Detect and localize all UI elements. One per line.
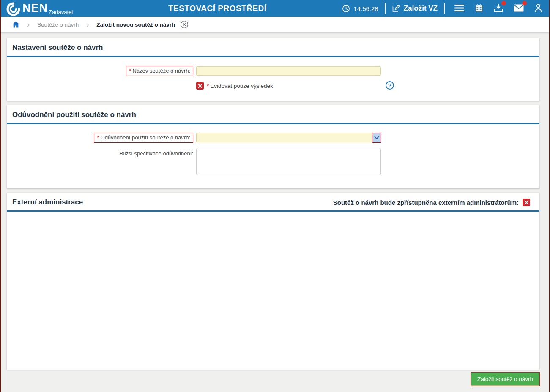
chevron-right-icon: ›: [86, 20, 89, 29]
close-circle-icon: [180, 20, 189, 29]
mail-notification-badge: [522, 1, 527, 5]
nen-logo-icon: [6, 2, 20, 16]
external-access-toggle[interactable]: [523, 199, 530, 206]
header-divider: [444, 3, 445, 14]
menu-icon: [454, 4, 464, 12]
clock-group: 14:56:28: [342, 5, 378, 13]
chevron-down-icon: [374, 136, 379, 140]
clock-time: 14:56:28: [353, 5, 378, 12]
spec-field-col: [196, 148, 381, 177]
submit-contest-button[interactable]: Založit soutěž o návrh: [471, 372, 540, 386]
home-button[interactable]: [12, 21, 19, 28]
spec-textarea[interactable]: [196, 148, 381, 175]
external-admin-header: Externí administrace Soutěž o návrh bude…: [7, 193, 539, 210]
section-justification-title: Odůvodnění použití soutěže o návrh: [7, 105, 539, 123]
reason-field-row: *Odůvodnění použití soutěže o návrh:: [7, 133, 539, 143]
name-field-label: *Název soutěže o návrh:: [126, 66, 193, 76]
top-header-bar: NEN Zadavatel TESTOVACÍ PROSTŘEDÍ 14:56:…: [1, 0, 549, 17]
section-external-title: Externí administrace: [7, 198, 83, 207]
app-window: NEN Zadavatel TESTOVACÍ PROSTŘEDÍ 14:56:…: [0, 0, 550, 392]
downloads-button[interactable]: [494, 3, 503, 14]
spec-field-label-col: Bližší specifikace odůvodnění:: [7, 148, 193, 157]
brand-name: NEN: [22, 1, 48, 15]
header-divider: [385, 3, 386, 14]
reason-dropdown: [196, 133, 381, 142]
close-tab-button[interactable]: [180, 20, 189, 29]
download-notification-badge: [501, 1, 506, 5]
breadcrumb-item-soutaze[interactable]: Soutěže o návrh: [37, 22, 79, 28]
section-rule: [7, 123, 539, 124]
help-icon[interactable]: ?: [386, 81, 394, 90]
clock-icon: [342, 5, 350, 13]
user-icon: [534, 3, 542, 12]
nen-logo[interactable]: NEN Zadavatel: [6, 1, 73, 16]
name-field-col: [196, 66, 381, 76]
external-access-row: Soutěž o návrh bude zpřístupněna externí…: [333, 199, 530, 206]
section-settings: Nastavení soutěže o návrh *Název soutěže…: [7, 38, 539, 101]
section-justification: Odůvodnění použití soutěže o návrh *Odův…: [7, 105, 539, 188]
calendar-icon: [475, 4, 483, 12]
record-only-toggle[interactable]: [196, 82, 204, 90]
home-icon: [12, 21, 19, 28]
download-icon: [494, 4, 503, 12]
record-only-label: *Evidovat pouze výsledek: [207, 83, 273, 89]
edit-icon: [392, 5, 400, 13]
brand-role: Zadavatel: [49, 9, 73, 15]
record-only-row: *Evidovat pouze výsledek ?: [7, 81, 539, 90]
header-actions: 14:56:28 Založit VZ: [342, 3, 549, 14]
external-admin-body: [7, 212, 539, 370]
spec-field-label: Bližší specifikace odůvodnění:: [120, 150, 193, 157]
required-asterisk: *: [97, 134, 99, 141]
main-content: Nastavení soutěže o návrh *Název soutěže…: [1, 32, 549, 370]
toggle-no-icon: [524, 200, 529, 205]
required-asterisk: *: [207, 83, 209, 89]
reason-field-label: *Odůvodnění použití soutěže o návrh:: [94, 133, 193, 143]
required-asterisk: *: [129, 68, 131, 74]
menu-button[interactable]: [454, 3, 464, 14]
breadcrumb-item-current: Založit novou soutěž o návrh: [96, 22, 175, 28]
user-profile-button[interactable]: [534, 3, 542, 14]
reason-field-col: [196, 133, 381, 142]
name-field-row: *Název soutěže o návrh:: [7, 66, 539, 76]
breadcrumb: › Soutěže o návrh › Založit novou soutěž…: [1, 17, 549, 32]
create-vz-label: Založit VZ: [404, 4, 438, 13]
name-field-label-col: *Název soutěže o návrh:: [7, 66, 193, 76]
reason-select-input[interactable]: [196, 133, 381, 142]
spec-field-row: Bližší specifikace odůvodnění:: [7, 148, 539, 177]
external-access-label: Soutěž o návrh bude zpřístupněna externí…: [333, 199, 519, 206]
calendar-button[interactable]: [475, 3, 483, 14]
toggle-no-icon: [198, 84, 202, 88]
mail-icon: [514, 4, 524, 12]
section-external-admin: Externí administrace Soutěž o návrh bude…: [7, 193, 539, 370]
environment-title: TESTOVACÍ PROSTŘEDÍ: [168, 0, 267, 17]
messages-button[interactable]: [514, 3, 524, 14]
section-settings-title: Nastavení soutěže o návrh: [7, 38, 539, 56]
reason-dropdown-button[interactable]: [372, 133, 381, 143]
reason-field-label-col: *Odůvodnění použití soutěže o návrh:: [7, 133, 193, 143]
section-rule: [7, 56, 539, 57]
create-vz-button[interactable]: Založit VZ: [392, 4, 438, 13]
chevron-right-icon: ›: [27, 20, 30, 29]
contest-name-input[interactable]: [196, 66, 381, 76]
